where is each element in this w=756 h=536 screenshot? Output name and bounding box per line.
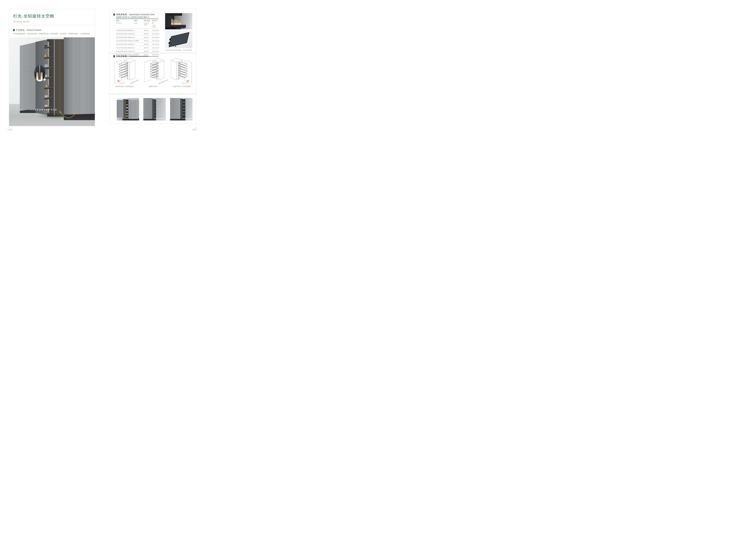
effect-caption: 向右旋转效果 xyxy=(182,117,192,119)
spec-row: F:344*505*(1350-1650)mm5400mm364 ±2mm xyxy=(116,46,158,50)
basket-items xyxy=(45,64,53,67)
spec-cell: 264 ±2mm xyxy=(152,32,158,36)
rack xyxy=(182,99,185,119)
spec-row: D:244*505*(1950-2200)mm6 (加高)300mm264 ±2… xyxy=(116,39,158,43)
clip xyxy=(175,46,176,47)
drawing-caption: 篮体平拉出 向右边旋转 xyxy=(168,85,196,87)
spec-photo-tray xyxy=(165,31,192,48)
features-heading-en: Product Features xyxy=(27,29,41,31)
glass-basket xyxy=(170,25,186,28)
effect-caption: 向左旋转效果 xyxy=(129,117,138,119)
col-spec: 规格(W*D*H) xyxy=(116,19,134,29)
spec-cell: 264 ±2mm xyxy=(152,36,158,39)
page-subtitle: Revolving Tall Unit xyxy=(13,20,29,23)
callout-label: 全铝支架 前后氛围硅胶灯 xyxy=(23,66,37,73)
feature-item: 联动结构、省力静音、大容量大收纳、二边氛围光源 xyxy=(50,33,90,35)
spec-row: B:244*505*(1350-1650)mm5300mm264 ±2mm xyxy=(116,32,158,36)
divider xyxy=(110,53,196,53)
open-door xyxy=(123,99,125,118)
spec-cell: B:244*505*(1350-1650)mm xyxy=(116,32,134,36)
spec-cell: D:244*505*(1950-2200)mm xyxy=(116,39,134,43)
spec-cell: 400mm xyxy=(144,50,152,53)
page-title: 灯光·全铝旋转太空舱 xyxy=(13,13,54,19)
spec-table: 规格(W*D*H) 层数Layer 柜体宽度Cabinet width 柜内宽度… xyxy=(116,18,158,56)
drawing-caption: 篮体平拉出 xyxy=(139,85,168,87)
rack xyxy=(154,99,156,119)
features-heading: 产品特点 / Product Features xyxy=(13,29,42,31)
spec-cell: G:344*505*(1650-1950)mm xyxy=(116,50,134,53)
spec-cell: 300mm xyxy=(144,39,152,43)
spec-cell: 6 xyxy=(134,50,144,53)
spec-cell: 300mm xyxy=(144,36,152,39)
effect-photo-rotate-left: 向左旋转效果 xyxy=(117,98,139,120)
page-number-right: 144 xyxy=(193,127,196,130)
photo-caption: 全内部棒卯结构玻璃篮 ·不见任何螺丝 xyxy=(163,49,194,51)
model-number: GS05-01XZ·A / GS05-01XZ-WP·A xyxy=(116,16,149,18)
divider xyxy=(9,25,95,25)
col-layer: 层数Layer xyxy=(134,19,144,29)
clip xyxy=(173,46,174,46)
spec-cell: 4 xyxy=(134,43,144,46)
aluminum-post xyxy=(54,40,55,116)
install-drawing-center: 柜内深度 ≥520mm 篮体平拉出 xyxy=(139,57,168,87)
bottles xyxy=(171,17,184,25)
open-door xyxy=(152,99,154,119)
bullet-icon xyxy=(13,33,14,34)
spec-cell: 5 xyxy=(134,46,144,50)
feature-item: 内含8轴承旋转、全铝合金支架、内嵌硅胶灯条 xyxy=(13,33,49,35)
col-cabinet-width: 柜体宽度Cabinet width xyxy=(144,19,152,29)
spec-cell: 6 xyxy=(134,36,144,39)
section-marker-icon xyxy=(13,29,15,31)
cabinet-right xyxy=(64,37,95,119)
spec-cell: C:244*505*(1650-1950)mm xyxy=(116,36,134,39)
spec-cell: 300mm xyxy=(144,32,152,36)
bottle xyxy=(36,72,38,80)
install-drawing-right: 篮体平拉出 向右边旋转 xyxy=(168,57,196,87)
spec-cell: F:344*505*(1350-1650)mm xyxy=(116,46,134,50)
spec-row: C:244*505*(1650-1950)mm6300mm264 ±2mm xyxy=(116,36,158,39)
photo-annotation: 灯光轴承旋转全铝平开拉篮 xyxy=(30,109,57,111)
install-drawing-left: 柜内深度 ≥520mm 篮体平拉出 向左边旋转 xyxy=(110,57,139,87)
section-marker-icon xyxy=(113,14,115,16)
spec-cell: 364 ±2mm xyxy=(152,43,158,46)
divider xyxy=(110,94,196,94)
spec-cell: 400mm xyxy=(144,43,152,46)
spec-header-row: 规格(W*D*H) 层数Layer 柜体宽度Cabinet width 柜内宽度… xyxy=(116,19,158,29)
spec-cell: 264 ±2mm xyxy=(152,29,158,32)
spec-table-body: A:244*505*(1050-1350)mm4300mm264 ±2mmB:2… xyxy=(116,29,158,56)
tray xyxy=(169,32,189,47)
spec-cell: E:344*505*(1050-1350)mm xyxy=(116,43,134,46)
features-heading-sep: / xyxy=(25,29,26,31)
spec-cell: 300mm xyxy=(144,29,152,32)
product-photo: 全铝支架 前后氛围硅胶灯 灯光轴承旋转全铝平开拉篮 xyxy=(9,37,95,126)
spec-cell: 364 ±2mm xyxy=(152,50,158,53)
effect-photo-rotate-right: 向右旋转效果 xyxy=(170,98,193,120)
rack xyxy=(126,100,128,118)
spec-photo-basket xyxy=(165,13,192,29)
effect-photo-pull-out: 篮体平拉出效果 xyxy=(143,98,166,120)
spec-cell: 400mm xyxy=(144,46,152,50)
page-number-left: 143 xyxy=(8,127,12,130)
effect-caption: 篮体平拉出效果 xyxy=(154,117,165,119)
right-page-panel: 规格参数图 / Specification Parameter Chart GS… xyxy=(110,9,196,123)
section-marker-icon xyxy=(113,55,115,57)
spec-cell: 4 xyxy=(134,29,144,32)
drawing-caption: 篮体平拉出 向左边旋转 xyxy=(110,85,139,87)
spec-cell: 364 ±2mm xyxy=(152,53,158,56)
spec-cell: A:244*505*(1050-1350)mm xyxy=(116,29,134,32)
spec-row: G:344*505*(1650-1950)mm6400mm364 ±2mm xyxy=(116,50,158,53)
spec-cell: 6 (加高) xyxy=(134,39,144,43)
spec-row: E:344*505*(1050-1350)mm4400mm364 ±2mm xyxy=(116,43,158,46)
spec-cell: 264 ±2mm xyxy=(152,39,158,43)
features-heading-zh: 产品特点 xyxy=(16,29,25,31)
bottle xyxy=(41,72,43,80)
spec-heading: 规格参数图 / Specification Parameter Chart xyxy=(113,13,154,16)
col-inner-width: 柜内宽度Inner width xyxy=(152,19,158,29)
open-door xyxy=(180,99,182,119)
bullet-icon xyxy=(50,33,51,34)
rotation-arrows-icon xyxy=(57,110,80,119)
spec-cell: 5 xyxy=(134,32,144,36)
catalog-spread: 灯光·全铝旋转太空舱 Revolving Tall Unit 产品特点 / Pr… xyxy=(0,0,205,134)
left-page-panel: 灯光·全铝旋转太空舱 Revolving Tall Unit 产品特点 / Pr… xyxy=(9,9,95,126)
spec-cell: 364 ±2mm xyxy=(152,46,158,50)
